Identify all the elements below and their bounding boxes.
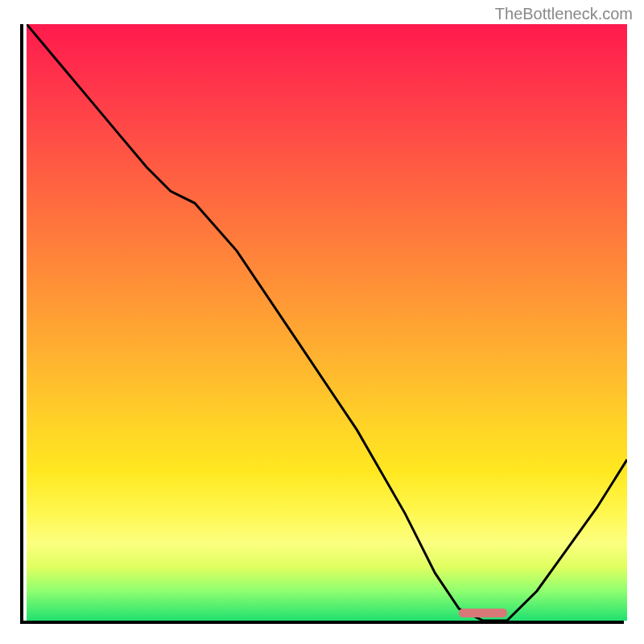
chart-container <box>20 24 624 624</box>
watermark-text: TheBottleneck.com <box>495 5 633 23</box>
plot-area <box>20 24 624 624</box>
gradient-background <box>27 24 627 621</box>
optimal-marker <box>459 609 507 617</box>
